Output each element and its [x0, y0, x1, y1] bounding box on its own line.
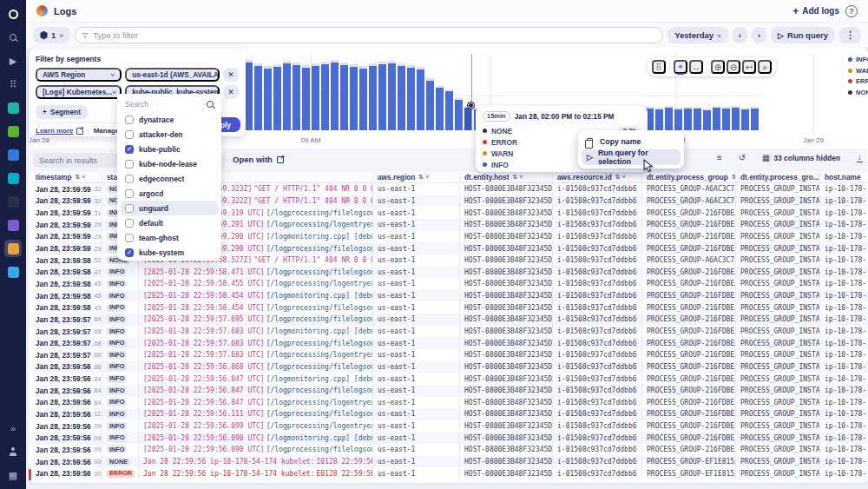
- table-row[interactable]: Jan 28, 23:59:57.695INFO[2025-01-28 22:5…: [31, 314, 868, 326]
- histogram-bar[interactable]: [751, 107, 759, 130]
- histogram-bar[interactable]: [388, 61, 396, 130]
- download-button[interactable]: ↓: [857, 153, 863, 162]
- learn-more-link[interactable]: Learn more: [36, 127, 83, 135]
- table-row[interactable]: Jan 28, 23:59:56.090INFO[2025-01-28 22:5…: [31, 432, 868, 444]
- table-row[interactable]: Jan 28, 23:59:57.683INFO[2025-01-28 22:5…: [31, 337, 868, 349]
- reset-table-button[interactable]: ↺: [739, 153, 746, 162]
- checkbox-unchecked[interactable]: [125, 130, 134, 139]
- run-query-button[interactable]: ▷ Run query: [771, 27, 835, 43]
- context-menu-item[interactable]: Copy name: [582, 134, 681, 149]
- segment-attribute-chip[interactable]: [Logs] Kubernetes...: [36, 85, 122, 99]
- histogram-bar[interactable]: [665, 106, 673, 130]
- table-row[interactable]: Jan 28, 23:59:58.471INFO[2025-01-28 22:5…: [31, 266, 868, 278]
- checkbox-unchecked[interactable]: [125, 219, 134, 228]
- histogram-bar[interactable]: [293, 63, 300, 130]
- zoom-in-icon[interactable]: ⊕: [711, 60, 725, 74]
- histogram-bar[interactable]: [722, 107, 730, 130]
- timeframe-selector[interactable]: Yesterday: [667, 27, 728, 43]
- zoom-out-icon[interactable]: ⊖: [727, 60, 740, 74]
- dropdown-option[interactable]: team-ghost: [121, 230, 218, 245]
- segment-count-chip[interactable]: 1: [33, 27, 70, 43]
- histogram-bar[interactable]: [713, 106, 720, 130]
- histogram-bar[interactable]: [655, 108, 663, 130]
- column-header[interactable]: aws.resource.id⇅ ˅: [553, 172, 642, 182]
- sort-icon[interactable]: ⇅ ˅: [418, 174, 429, 181]
- histogram-bar[interactable]: [455, 98, 463, 130]
- app-hosts-icon[interactable]: [4, 193, 22, 210]
- next-timeframe-button[interactable]: ›: [752, 27, 766, 43]
- context-menu-item[interactable]: ▷Run query for selection: [582, 149, 681, 165]
- box-select-icon[interactable]: ⌖: [674, 60, 687, 74]
- app-workflows-icon[interactable]: [4, 216, 22, 234]
- drag-handle-icon[interactable]: ⠿: [652, 60, 666, 74]
- dropdown-option[interactable]: ✓kube-system: [121, 245, 218, 260]
- histogram-bar[interactable]: [703, 109, 711, 130]
- table-row[interactable]: Jan 28, 23:59:58.454INFO[2025-01-28 22:5…: [31, 290, 868, 302]
- table-row[interactable]: Jan 28, 23:59:56.847INFO[2025-01-28 22:5…: [31, 385, 868, 397]
- histogram-bar[interactable]: [445, 89, 453, 130]
- table-row[interactable]: Jan 28, 23:59:56.111INFO[2025-01-28 22:5…: [31, 408, 868, 420]
- checkbox-checked[interactable]: ✓: [125, 145, 134, 154]
- query-filter-input[interactable]: ▽ Type to filter: [75, 27, 663, 43]
- legend-item[interactable]: NONE: [848, 89, 868, 96]
- apps-grid-icon[interactable]: ⠿: [4, 76, 22, 93]
- remove-segment-button[interactable]: ✕: [223, 85, 239, 99]
- segment-value-chip[interactable]: us-east-1d (AWS_AVAILA...: [125, 68, 220, 82]
- legend-item[interactable]: INFO: [848, 56, 868, 63]
- histogram-bar[interactable]: [684, 107, 692, 130]
- table-row[interactable]: Jan 28, 23:59:58.454INFO[2025-01-28 22:5…: [31, 301, 868, 314]
- table-row[interactable]: Jan 28, 23:59:56.000NONEJan 28 22:59:56 …: [31, 456, 868, 468]
- app-kubernetes-icon[interactable]: [4, 122, 22, 140]
- sort-icon[interactable]: ⇅ ˅: [615, 174, 626, 181]
- observe-icon[interactable]: ▶: [4, 52, 22, 69]
- histogram-bar[interactable]: [359, 66, 367, 130]
- sort-icon[interactable]: ⇅ ˅: [512, 174, 523, 181]
- dropdown-option[interactable]: edgeconnect: [121, 171, 218, 186]
- histogram-bar[interactable]: [398, 63, 405, 130]
- more-tools-icon[interactable]: »: [758, 60, 772, 74]
- table-row[interactable]: Jan 28, 23:59:58.455INFO[2025-01-28 22:5…: [31, 278, 868, 290]
- checkbox-unchecked[interactable]: [125, 160, 134, 169]
- table-row[interactable]: Jan 28, 23:59:56.847INFO[2025-01-28 22:5…: [31, 397, 868, 409]
- checkbox-unchecked[interactable]: [125, 189, 134, 198]
- table-row[interactable]: Jan 28, 23:59:56.090INFO[2025-01-28 22:5…: [31, 444, 868, 456]
- checkbox-unchecked[interactable]: [125, 116, 134, 124]
- search-icon[interactable]: [4, 29, 22, 46]
- app-services-icon[interactable]: [4, 169, 22, 187]
- histogram-bar[interactable]: [378, 62, 386, 130]
- checkbox-unchecked[interactable]: [125, 234, 134, 242]
- histogram-bar[interactable]: [312, 63, 319, 130]
- histogram-bar[interactable]: [694, 107, 701, 130]
- histogram-bar[interactable]: [350, 64, 358, 130]
- column-header[interactable]: host.name: [820, 172, 868, 182]
- legend-item[interactable]: ERROR: [848, 77, 868, 85]
- histogram-bar[interactable]: [273, 64, 281, 130]
- histogram-bar[interactable]: [340, 63, 348, 130]
- histogram-bar[interactable]: [732, 106, 740, 130]
- column-header[interactable]: timestamp⇅ ˅: [31, 172, 102, 182]
- column-header[interactable]: dt.entity.process_gro...⇅ ˅: [736, 172, 820, 182]
- launcher-icon[interactable]: ▦: [4, 466, 22, 484]
- table-row[interactable]: Jan 28, 23:59:57.683INFO[2025-01-28 22:5…: [31, 349, 868, 361]
- table-row[interactable]: Jan 28, 23:59:56.000ERRORJan 28 22:59:56…: [31, 467, 868, 479]
- app-clouds-icon[interactable]: [4, 263, 22, 281]
- histogram-bar[interactable]: [417, 67, 424, 130]
- histogram-bar[interactable]: [283, 61, 291, 130]
- dropdown-option[interactable]: kube-node-lease: [121, 156, 218, 171]
- histogram-bar[interactable]: [321, 62, 329, 130]
- remove-segment-button[interactable]: ✕: [223, 68, 239, 82]
- format-rows-button[interactable]: ≡: [717, 153, 722, 162]
- dropdown-option[interactable]: argocd: [121, 186, 218, 201]
- dropdown-search-input[interactable]: Search: [121, 96, 218, 112]
- app-synthetic-icon[interactable]: [4, 99, 22, 116]
- checkbox-unchecked[interactable]: [125, 204, 134, 213]
- sort-icon[interactable]: ⇅ ˅: [76, 174, 86, 181]
- dropdown-option[interactable]: unguard: [121, 201, 218, 215]
- dynatrace-home-icon[interactable]: [4, 5, 22, 23]
- dropdown-option[interactable]: attacker-den: [121, 127, 218, 142]
- histogram-bar[interactable]: [254, 63, 262, 130]
- undo-zoom-icon[interactable]: ↩: [742, 60, 756, 74]
- add-logs-button[interactable]: + Add logs: [792, 5, 839, 17]
- help-button[interactable]: ?: [845, 5, 858, 17]
- dropdown-option[interactable]: ✓kube-public: [121, 142, 218, 156]
